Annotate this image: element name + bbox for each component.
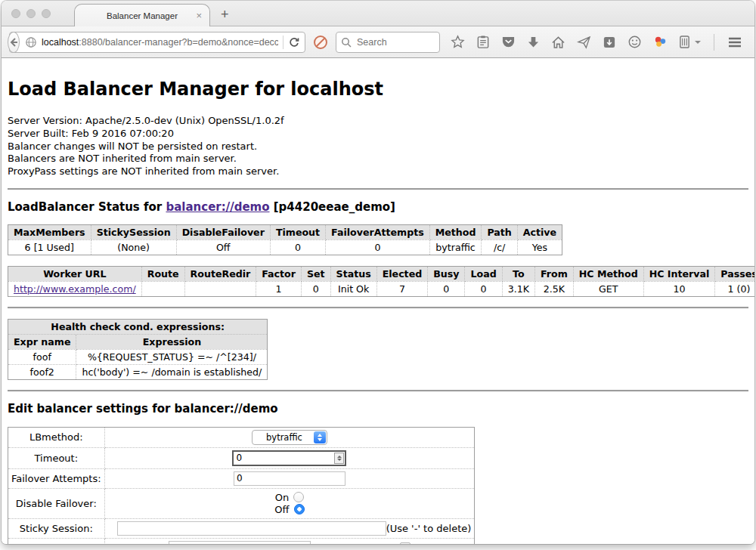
colored-dots-extension-icon[interactable] — [653, 35, 668, 49]
url-bar[interactable]: localhost:8880/balancer-manager?b=demo&n… — [9, 32, 305, 53]
column-header: Worker URL — [8, 266, 142, 281]
sticky-session-hint: (Use '-' to delete) — [386, 523, 472, 534]
column-header: Method — [429, 224, 482, 239]
add-worker-label: Add New Worker: — [8, 538, 105, 544]
column-header: Set — [301, 266, 330, 281]
cell-method: bytraffic — [429, 239, 482, 255]
cell-expr-name: foof — [8, 349, 76, 364]
radio-off[interactable] — [294, 504, 305, 514]
cell-status: Init Ok — [330, 281, 376, 296]
cell-stickysession: (None) — [91, 239, 176, 255]
column-header: MaxMembers — [8, 224, 91, 239]
cell-elected: 7 — [376, 281, 428, 296]
cell-failoverattempts: 0 — [326, 239, 430, 255]
radio-off-label: Off — [274, 504, 289, 515]
health-check-table: Health check cond. expressions: Expr nam… — [8, 319, 268, 380]
url-path: :8880/balancer-manager?b=demo&nonce=decc… — [79, 37, 278, 48]
column-header: RouteRedir — [184, 266, 256, 281]
toolbar-separator — [714, 34, 714, 51]
balancer-settings-form: LBmethod: bytraffic Timeout: — [8, 427, 475, 544]
number-spinner-icon[interactable] — [334, 453, 344, 464]
column-header: Load — [465, 266, 502, 281]
failover-attempts-label: Failover Attempts: — [8, 468, 105, 488]
content-blocked-icon[interactable] — [313, 35, 328, 50]
grid-extension-icon[interactable] — [754, 35, 754, 50]
downloads-icon[interactable] — [527, 36, 540, 49]
minimize-window-button[interactable] — [26, 9, 36, 18]
column-header: From — [534, 266, 573, 281]
url-text[interactable]: localhost:8880/balancer-manager?b=demo&n… — [42, 37, 278, 48]
sticky-session-input[interactable] — [117, 521, 386, 536]
cell-routeredir — [184, 281, 256, 296]
balancer-link[interactable]: balancer://demo — [166, 200, 269, 214]
browser-window: Balancer Manager × + localhost:8880/bala… — [2, 1, 754, 544]
cell-hc-interval: 10 — [643, 281, 715, 296]
back-arrow-icon — [8, 37, 19, 48]
sticky-session-label: Sticky Session: — [8, 518, 105, 538]
menu-hamburger-icon[interactable] — [727, 36, 742, 48]
bookmark-star-icon[interactable] — [451, 35, 465, 49]
column-header: Passes — [715, 266, 754, 281]
tab-title: Balancer Manager — [107, 11, 178, 20]
browser-tab[interactable]: Balancer Manager × — [74, 4, 210, 26]
radio-on[interactable] — [293, 492, 304, 502]
zoom-window-button[interactable] — [42, 9, 51, 18]
cell-active: Yes — [517, 239, 562, 255]
search-input[interactable] — [355, 36, 426, 48]
close-tab-icon[interactable]: × — [196, 11, 202, 20]
confirm-checkbox[interactable] — [400, 542, 411, 544]
cell-expression: hc('body') =~ /domain is established/ — [76, 364, 268, 379]
back-button[interactable] — [8, 32, 20, 53]
container-extension-icon[interactable] — [679, 35, 690, 49]
confirm-label: Are you sure? — [325, 542, 392, 544]
cell-to: 3.1K — [502, 281, 534, 296]
cell-passes: 1 (0) — [715, 281, 754, 296]
add-worker-input[interactable] — [169, 541, 311, 544]
column-header: DisableFailover — [176, 224, 270, 239]
server-info-line: ProxyPass settings are NOT inherited fro… — [8, 165, 748, 178]
health-table-title: Health check cond. expressions: — [8, 319, 268, 334]
reload-icon[interactable] — [288, 36, 300, 48]
column-header: HC Interval — [643, 266, 715, 281]
navigation-toolbar: localhost:8880/balancer-manager?b=demo&n… — [2, 26, 754, 58]
radio-on-label: On — [275, 492, 289, 503]
column-header: Timeout — [270, 224, 325, 239]
timeout-input[interactable] — [232, 450, 346, 466]
cell-path: /c/ — [482, 239, 517, 255]
section-divider — [8, 390, 748, 392]
balancer-attributes-table: MaxMembers StickySession DisableFailover… — [8, 224, 562, 255]
search-box[interactable] — [336, 32, 440, 53]
save-to-device-icon[interactable] — [603, 36, 616, 49]
new-tab-button[interactable]: + — [221, 7, 229, 23]
edit-settings-heading: Edit balancer settings for balancer://de… — [8, 402, 748, 416]
cell-set: 0 — [301, 281, 330, 296]
feedback-smiley-icon[interactable] — [627, 35, 642, 49]
disable-failover-label: Disable Failover: — [8, 488, 105, 518]
cell-factor: 1 — [256, 281, 302, 296]
failover-attempts-input[interactable] — [234, 471, 345, 486]
column-header: Expression — [76, 334, 268, 349]
lbmethod-select[interactable]: bytraffic — [252, 430, 327, 445]
section-divider — [8, 307, 748, 309]
chevron-down-icon[interactable] — [695, 41, 701, 44]
urlbar-divider — [283, 36, 284, 49]
reading-list-icon[interactable] — [476, 35, 490, 49]
server-info-line: Server Version: Apache/2.5.0-dev (Unix) … — [8, 115, 748, 128]
column-header: FailoverAttempts — [326, 224, 430, 239]
cell-from: 2.5K — [534, 281, 573, 296]
globe-icon[interactable] — [25, 36, 37, 48]
column-header: Elected — [376, 266, 428, 281]
column-header: StickySession — [91, 224, 176, 239]
column-header: Status — [330, 266, 376, 281]
pocket-icon[interactable] — [501, 36, 516, 49]
status-heading-suffix: [p4420eeae_demo] — [270, 200, 395, 214]
worker-url-link[interactable]: http://www.example.com/ — [14, 283, 136, 295]
cell-expr-name: foof2 — [8, 364, 76, 379]
section-divider — [8, 188, 748, 190]
cell-route — [141, 281, 184, 296]
send-icon[interactable] — [577, 36, 591, 49]
table-row: http://www.example.com/ 1 0 Init Ok 7 0 … — [8, 281, 755, 296]
column-header: Busy — [428, 266, 465, 281]
close-window-button[interactable] — [11, 9, 20, 18]
home-icon[interactable] — [551, 36, 565, 49]
